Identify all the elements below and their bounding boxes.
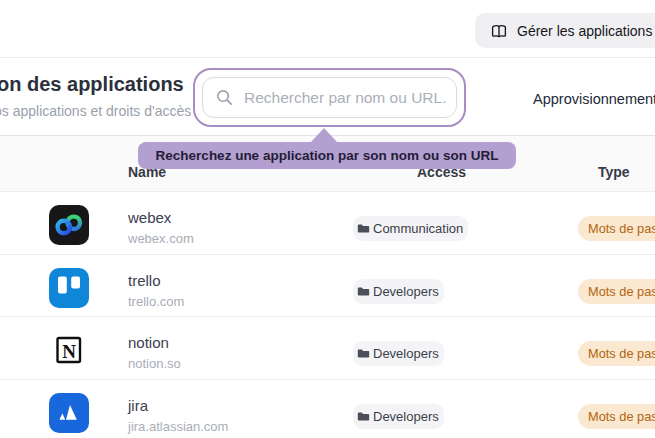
tab-provisioning[interactable]: Approvisionnement — [533, 91, 655, 107]
access-group-pill: Developers — [353, 341, 444, 366]
access-group-label: Communication — [373, 221, 463, 236]
jira-logo-icon — [49, 393, 89, 433]
access-group-pill: Communication — [353, 216, 468, 241]
column-header-type: Type — [598, 164, 630, 180]
search-icon — [215, 88, 234, 107]
folder-icon — [357, 410, 370, 423]
table-row[interactable]: jira jira.atlassian.com Developers Mots … — [0, 380, 655, 438]
folder-icon — [357, 222, 370, 235]
book-icon — [490, 22, 508, 40]
type-badge: Mots de passe — [578, 341, 655, 366]
app-url: webex.com — [128, 231, 194, 246]
access-group-label: Developers — [373, 409, 439, 424]
search-focus-ring: Rechercher par nom ou URL. — [193, 68, 466, 127]
table-row[interactable]: trello trello.com Developers Mots de pas… — [0, 255, 655, 318]
type-badge-label: Mots de passe — [588, 284, 655, 299]
manage-applications-button[interactable]: Gérer les applications — [475, 13, 655, 48]
trello-logo-icon — [49, 268, 89, 308]
access-group-pill: Developers — [353, 404, 444, 429]
tooltip-arrow — [311, 128, 337, 142]
search-placeholder: Rechercher par nom ou URL. — [244, 89, 446, 107]
access-group-label: Developers — [373, 284, 439, 299]
app-name: jira — [128, 397, 148, 414]
app-url: trello.com — [128, 294, 184, 309]
app-name: webex — [128, 209, 171, 226]
notion-logo-icon — [49, 330, 89, 370]
page-title: Gestion des applications — [0, 73, 184, 96]
table-row[interactable]: webex webex.com Communication Mots de pa… — [0, 192, 655, 255]
app-url: jira.atlassian.com — [128, 419, 228, 434]
webex-logo-icon — [49, 205, 89, 245]
access-group-label: Developers — [373, 346, 439, 361]
search-tooltip: Recherchez une application par son nom o… — [138, 142, 516, 169]
type-badge: Mots de passe — [578, 279, 655, 304]
type-badge: Mots de passe — [578, 216, 655, 241]
manage-applications-label: Gérer les applications — [517, 23, 652, 39]
type-badge: Mots de passe — [578, 404, 655, 429]
folder-icon — [357, 347, 370, 360]
type-badge-label: Mots de passe — [588, 346, 655, 361]
type-badge-label: Mots de passe — [588, 409, 655, 424]
app-url: notion.so — [128, 356, 181, 371]
table-row[interactable]: notion notion.so Developers Mots de pass… — [0, 317, 655, 380]
search-input[interactable]: Rechercher par nom ou URL. — [202, 77, 457, 118]
app-name: notion — [128, 334, 169, 351]
app-name: trello — [128, 272, 161, 289]
page-subtitle: Gérez vos applications et droits d'accès — [0, 103, 191, 119]
type-badge-label: Mots de passe — [588, 221, 655, 236]
applications-table: webex webex.com Communication Mots de pa… — [0, 192, 655, 438]
folder-icon — [357, 285, 370, 298]
access-group-pill: Developers — [353, 279, 444, 304]
